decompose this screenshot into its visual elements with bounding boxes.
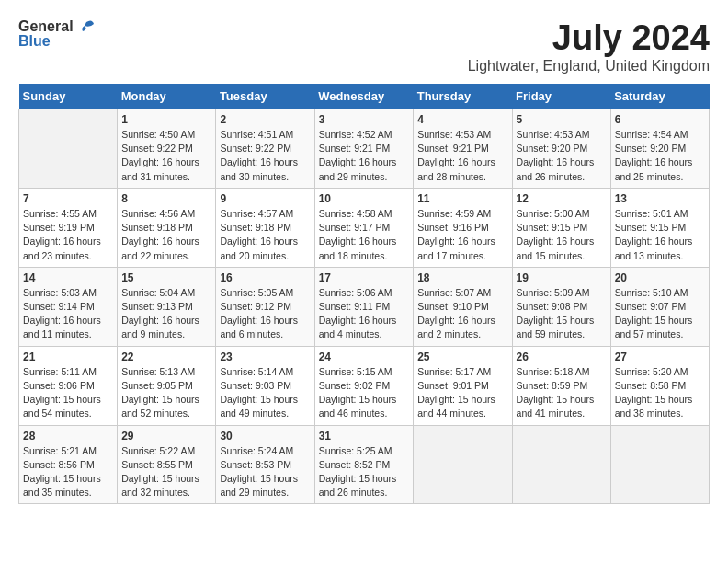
day-number: 22 [121, 350, 211, 363]
calendar-cell: 1Sunrise: 4:50 AM Sunset: 9:22 PM Daylig… [118, 109, 216, 189]
cell-content: Sunrise: 5:25 AM Sunset: 8:52 PM Dayligh… [319, 444, 410, 500]
week-row-3: 14Sunrise: 5:03 AM Sunset: 9:14 PM Dayli… [19, 267, 710, 346]
cell-content: Sunrise: 5:01 AM Sunset: 9:15 PM Dayligh… [615, 207, 705, 263]
calendar-cell: 4Sunrise: 4:53 AM Sunset: 9:21 PM Daylig… [414, 109, 512, 189]
cell-content: Sunrise: 5:21 AM Sunset: 8:56 PM Dayligh… [23, 444, 113, 500]
cell-content: Sunrise: 5:13 AM Sunset: 9:05 PM Dayligh… [121, 365, 211, 421]
calendar-cell [414, 425, 512, 504]
cell-content: Sunrise: 4:56 AM Sunset: 9:18 PM Dayligh… [121, 207, 211, 263]
cell-content: Sunrise: 5:03 AM Sunset: 9:14 PM Dayligh… [23, 286, 113, 342]
day-number: 5 [517, 113, 607, 126]
cell-content: Sunrise: 5:20 AM Sunset: 8:58 PM Dayligh… [615, 365, 705, 421]
cell-content: Sunrise: 4:59 AM Sunset: 9:16 PM Dayligh… [417, 207, 507, 263]
calendar-cell: 17Sunrise: 5:06 AM Sunset: 9:11 PM Dayli… [314, 267, 414, 346]
calendar-cell: 30Sunrise: 5:24 AM Sunset: 8:53 PM Dayli… [216, 425, 314, 504]
calendar-cell [512, 425, 610, 504]
cell-content: Sunrise: 5:06 AM Sunset: 9:11 PM Dayligh… [319, 286, 410, 342]
cell-content: Sunrise: 5:11 AM Sunset: 9:06 PM Dayligh… [23, 365, 113, 421]
header-cell-saturday: Saturday [610, 84, 709, 109]
calendar-cell: 28Sunrise: 5:21 AM Sunset: 8:56 PM Dayli… [19, 425, 118, 504]
logo: General Blue [18, 18, 96, 50]
week-row-4: 21Sunrise: 5:11 AM Sunset: 9:06 PM Dayli… [19, 346, 710, 425]
calendar-cell: 20Sunrise: 5:10 AM Sunset: 9:07 PM Dayli… [610, 267, 709, 346]
header-cell-thursday: Thursday [414, 84, 512, 109]
cell-content: Sunrise: 4:55 AM Sunset: 9:19 PM Dayligh… [23, 207, 113, 263]
cell-content: Sunrise: 5:24 AM Sunset: 8:53 PM Dayligh… [220, 444, 310, 500]
day-number: 12 [517, 192, 607, 205]
calendar-cell: 25Sunrise: 5:17 AM Sunset: 9:01 PM Dayli… [414, 346, 512, 425]
day-number: 14 [23, 271, 113, 284]
cell-content: Sunrise: 4:50 AM Sunset: 9:22 PM Dayligh… [121, 128, 211, 184]
calendar-cell: 14Sunrise: 5:03 AM Sunset: 9:14 PM Dayli… [19, 267, 118, 346]
day-number: 31 [319, 430, 410, 442]
day-number: 25 [417, 350, 507, 363]
calendar-cell: 6Sunrise: 4:54 AM Sunset: 9:20 PM Daylig… [610, 109, 709, 189]
day-number: 11 [417, 192, 507, 205]
day-number: 29 [121, 430, 211, 442]
day-number: 7 [23, 192, 113, 205]
calendar-cell: 19Sunrise: 5:09 AM Sunset: 9:08 PM Dayli… [512, 267, 610, 346]
cell-content: Sunrise: 5:22 AM Sunset: 8:55 PM Dayligh… [121, 444, 211, 500]
cell-content: Sunrise: 4:57 AM Sunset: 9:18 PM Dayligh… [220, 207, 310, 263]
calendar-cell: 7Sunrise: 4:55 AM Sunset: 9:19 PM Daylig… [19, 188, 118, 267]
calendar-cell: 22Sunrise: 5:13 AM Sunset: 9:05 PM Dayli… [118, 346, 216, 425]
calendar-cell: 10Sunrise: 4:58 AM Sunset: 9:17 PM Dayli… [314, 188, 414, 267]
logo-blue: Blue [18, 33, 96, 50]
cell-content: Sunrise: 5:09 AM Sunset: 9:08 PM Dayligh… [517, 286, 607, 342]
calendar-cell: 18Sunrise: 5:07 AM Sunset: 9:10 PM Dayli… [414, 267, 512, 346]
cell-content: Sunrise: 5:14 AM Sunset: 9:03 PM Dayligh… [220, 365, 310, 421]
week-row-5: 28Sunrise: 5:21 AM Sunset: 8:56 PM Dayli… [19, 425, 710, 504]
day-number: 28 [23, 430, 113, 442]
cell-content: Sunrise: 5:04 AM Sunset: 9:13 PM Dayligh… [121, 286, 211, 342]
header: General Blue July 2024 Lightwater, Engla… [18, 18, 710, 75]
cell-content: Sunrise: 5:15 AM Sunset: 9:02 PM Dayligh… [319, 365, 410, 421]
cell-content: Sunrise: 4:51 AM Sunset: 9:22 PM Dayligh… [220, 128, 310, 184]
cell-content: Sunrise: 4:58 AM Sunset: 9:17 PM Dayligh… [319, 207, 410, 263]
week-row-2: 7Sunrise: 4:55 AM Sunset: 9:19 PM Daylig… [19, 188, 710, 267]
header-row: SundayMondayTuesdayWednesdayThursdayFrid… [19, 84, 710, 109]
calendar-cell: 23Sunrise: 5:14 AM Sunset: 9:03 PM Dayli… [216, 346, 314, 425]
day-number: 26 [517, 350, 607, 363]
logo-text: General Blue [18, 18, 96, 50]
day-number: 9 [220, 192, 310, 205]
day-number: 13 [615, 192, 705, 205]
calendar-cell: 3Sunrise: 4:52 AM Sunset: 9:21 PM Daylig… [314, 109, 414, 189]
calendar-table: SundayMondayTuesdayWednesdayThursdayFrid… [18, 84, 710, 504]
calendar-cell: 9Sunrise: 4:57 AM Sunset: 9:18 PM Daylig… [216, 188, 314, 267]
day-number: 27 [615, 350, 705, 363]
main-title: July 2024 [468, 18, 710, 58]
day-number: 21 [23, 350, 113, 363]
calendar-cell: 12Sunrise: 5:00 AM Sunset: 9:15 PM Dayli… [512, 188, 610, 267]
calendar-cell: 2Sunrise: 4:51 AM Sunset: 9:22 PM Daylig… [216, 109, 314, 189]
header-cell-friday: Friday [512, 84, 610, 109]
week-row-1: 1Sunrise: 4:50 AM Sunset: 9:22 PM Daylig… [19, 109, 710, 189]
calendar-cell: 11Sunrise: 4:59 AM Sunset: 9:16 PM Dayli… [414, 188, 512, 267]
day-number: 30 [220, 430, 310, 442]
title-area: July 2024 Lightwater, England, United Ki… [468, 18, 710, 75]
calendar-cell: 24Sunrise: 5:15 AM Sunset: 9:02 PM Dayli… [314, 346, 414, 425]
day-number: 1 [121, 113, 211, 126]
cell-content: Sunrise: 5:05 AM Sunset: 9:12 PM Dayligh… [220, 286, 310, 342]
calendar-cell: 8Sunrise: 4:56 AM Sunset: 9:18 PM Daylig… [118, 188, 216, 267]
day-number: 4 [417, 113, 507, 126]
calendar-cell: 26Sunrise: 5:18 AM Sunset: 8:59 PM Dayli… [512, 346, 610, 425]
cell-content: Sunrise: 4:54 AM Sunset: 9:20 PM Dayligh… [615, 128, 705, 184]
calendar-cell: 21Sunrise: 5:11 AM Sunset: 9:06 PM Dayli… [19, 346, 118, 425]
cell-content: Sunrise: 5:18 AM Sunset: 8:59 PM Dayligh… [517, 365, 607, 421]
calendar-cell: 13Sunrise: 5:01 AM Sunset: 9:15 PM Dayli… [610, 188, 709, 267]
header-cell-monday: Monday [118, 84, 216, 109]
cell-content: Sunrise: 4:53 AM Sunset: 9:21 PM Dayligh… [417, 128, 507, 184]
calendar-cell: 5Sunrise: 4:53 AM Sunset: 9:20 PM Daylig… [512, 109, 610, 189]
day-number: 20 [615, 271, 705, 284]
subtitle: Lightwater, England, United Kingdom [468, 58, 710, 75]
header-cell-sunday: Sunday [19, 84, 118, 109]
calendar-cell [610, 425, 709, 504]
day-number: 2 [220, 113, 310, 126]
cell-content: Sunrise: 5:10 AM Sunset: 9:07 PM Dayligh… [615, 286, 705, 342]
day-number: 3 [319, 113, 410, 126]
day-number: 24 [319, 350, 410, 363]
cell-content: Sunrise: 4:53 AM Sunset: 9:20 PM Dayligh… [517, 128, 607, 184]
day-number: 19 [517, 271, 607, 284]
cell-content: Sunrise: 4:52 AM Sunset: 9:21 PM Dayligh… [319, 128, 410, 184]
day-number: 23 [220, 350, 310, 363]
